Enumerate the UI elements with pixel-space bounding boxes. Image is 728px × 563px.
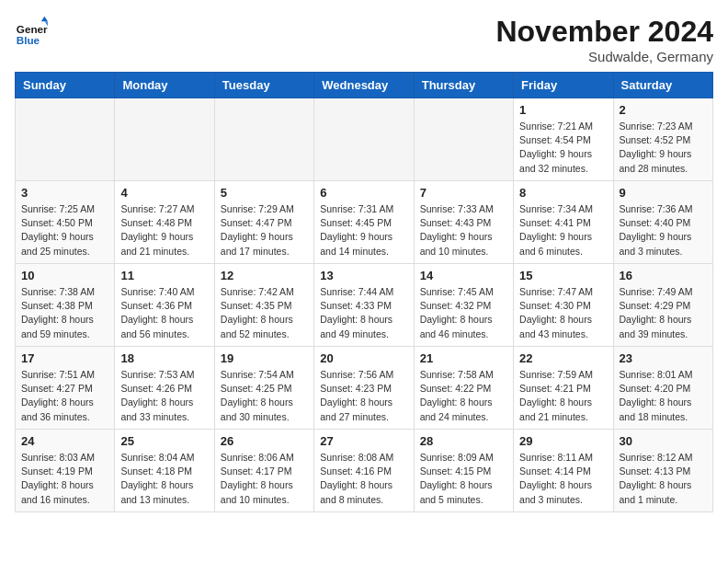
day-number: 4 — [120, 186, 208, 200]
calendar-cell — [214, 98, 313, 181]
calendar: SundayMondayTuesdayWednesdayThursdayFrid… — [15, 72, 713, 512]
day-info: Sunrise: 7:49 AM Sunset: 4:29 PM Dayligh… — [620, 285, 707, 341]
day-info: Sunrise: 7:42 AM Sunset: 4:35 PM Dayligh… — [221, 285, 308, 341]
day-info: Sunrise: 7:33 AM Sunset: 4:43 PM Dayligh… — [420, 202, 507, 259]
calendar-cell — [414, 98, 513, 181]
calendar-cell: 13Sunrise: 7:44 AM Sunset: 4:33 PM Dayli… — [314, 264, 414, 347]
day-number: 1 — [519, 103, 607, 117]
day-number: 29 — [519, 434, 607, 448]
week-row-3: 10Sunrise: 7:38 AM Sunset: 4:38 PM Dayli… — [16, 264, 713, 347]
calendar-cell: 14Sunrise: 7:45 AM Sunset: 4:32 PM Dayli… — [414, 264, 513, 347]
weekday-header-friday: Friday — [514, 73, 613, 98]
calendar-cell: 16Sunrise: 7:49 AM Sunset: 4:29 PM Dayli… — [613, 264, 712, 347]
day-info: Sunrise: 8:09 AM Sunset: 4:15 PM Dayligh… — [420, 451, 507, 507]
calendar-cell: 1Sunrise: 7:21 AM Sunset: 4:54 PM Daylig… — [514, 98, 613, 181]
calendar-cell: 22Sunrise: 7:59 AM Sunset: 4:21 PM Dayli… — [514, 347, 613, 430]
calendar-cell: 15Sunrise: 7:47 AM Sunset: 4:30 PM Dayli… — [514, 264, 613, 347]
calendar-cell: 2Sunrise: 7:23 AM Sunset: 4:52 PM Daylig… — [613, 98, 712, 181]
day-number: 10 — [21, 269, 108, 282]
month-title: November 2024 — [495, 15, 713, 49]
day-number: 24 — [21, 434, 108, 448]
day-number: 2 — [620, 103, 707, 117]
calendar-cell: 18Sunrise: 7:53 AM Sunset: 4:26 PM Dayli… — [115, 347, 214, 430]
calendar-cell: 20Sunrise: 7:56 AM Sunset: 4:23 PM Dayli… — [314, 347, 414, 430]
header: General Blue November 2024 Sudwalde, Ger… — [15, 15, 713, 64]
day-info: Sunrise: 7:31 AM Sunset: 4:45 PM Dayligh… — [320, 202, 407, 259]
day-number: 15 — [519, 269, 607, 282]
weekday-header-tuesday: Tuesday — [214, 73, 313, 98]
day-number: 17 — [21, 351, 108, 365]
day-info: Sunrise: 7:58 AM Sunset: 4:22 PM Dayligh… — [420, 368, 507, 424]
week-row-5: 24Sunrise: 8:03 AM Sunset: 4:19 PM Dayli… — [16, 430, 713, 512]
location: Sudwalde, Germany — [495, 49, 713, 64]
weekday-header-sunday: Sunday — [16, 73, 115, 98]
day-number: 26 — [221, 434, 308, 448]
calendar-cell: 28Sunrise: 8:09 AM Sunset: 4:15 PM Dayli… — [414, 430, 513, 512]
day-number: 3 — [21, 186, 108, 200]
day-number: 12 — [221, 269, 308, 282]
day-info: Sunrise: 7:47 AM Sunset: 4:30 PM Dayligh… — [519, 285, 607, 341]
day-info: Sunrise: 7:21 AM Sunset: 4:54 PM Dayligh… — [519, 120, 607, 176]
svg-text:Blue: Blue — [17, 34, 40, 46]
day-info: Sunrise: 7:25 AM Sunset: 4:50 PM Dayligh… — [21, 202, 108, 259]
day-info: Sunrise: 7:23 AM Sunset: 4:52 PM Dayligh… — [620, 120, 707, 176]
day-number: 7 — [420, 186, 507, 200]
day-info: Sunrise: 8:01 AM Sunset: 4:20 PM Dayligh… — [620, 368, 707, 424]
calendar-cell: 23Sunrise: 8:01 AM Sunset: 4:20 PM Dayli… — [613, 347, 712, 430]
day-info: Sunrise: 7:29 AM Sunset: 4:47 PM Dayligh… — [221, 202, 308, 259]
calendar-cell: 7Sunrise: 7:33 AM Sunset: 4:43 PM Daylig… — [414, 181, 513, 264]
day-info: Sunrise: 7:36 AM Sunset: 4:40 PM Dayligh… — [620, 202, 707, 259]
day-number: 5 — [221, 186, 308, 200]
calendar-cell: 10Sunrise: 7:38 AM Sunset: 4:38 PM Dayli… — [16, 264, 115, 347]
day-number: 30 — [620, 434, 707, 448]
day-number: 19 — [221, 351, 308, 365]
logo-icon: General Blue — [15, 15, 48, 48]
day-number: 22 — [519, 351, 607, 365]
day-number: 25 — [120, 434, 208, 448]
day-number: 21 — [420, 351, 507, 365]
calendar-cell — [16, 98, 115, 181]
weekday-header-row: SundayMondayTuesdayWednesdayThursdayFrid… — [16, 73, 713, 98]
calendar-cell: 21Sunrise: 7:58 AM Sunset: 4:22 PM Dayli… — [414, 347, 513, 430]
logo: General Blue — [15, 15, 48, 48]
day-number: 6 — [320, 186, 407, 200]
week-row-4: 17Sunrise: 7:51 AM Sunset: 4:27 PM Dayli… — [16, 347, 713, 430]
calendar-cell: 26Sunrise: 8:06 AM Sunset: 4:17 PM Dayli… — [214, 430, 313, 512]
day-number: 11 — [120, 269, 208, 282]
weekday-header-monday: Monday — [115, 73, 214, 98]
day-info: Sunrise: 7:44 AM Sunset: 4:33 PM Dayligh… — [320, 285, 407, 341]
calendar-cell: 8Sunrise: 7:34 AM Sunset: 4:41 PM Daylig… — [514, 181, 613, 264]
calendar-cell: 4Sunrise: 7:27 AM Sunset: 4:48 PM Daylig… — [115, 181, 214, 264]
day-info: Sunrise: 7:38 AM Sunset: 4:38 PM Dayligh… — [21, 285, 108, 341]
day-info: Sunrise: 7:40 AM Sunset: 4:36 PM Dayligh… — [120, 285, 208, 341]
day-info: Sunrise: 7:27 AM Sunset: 4:48 PM Dayligh… — [120, 202, 208, 259]
day-info: Sunrise: 7:54 AM Sunset: 4:25 PM Dayligh… — [221, 368, 308, 424]
day-number: 8 — [519, 186, 607, 200]
calendar-cell: 30Sunrise: 8:12 AM Sunset: 4:13 PM Dayli… — [613, 430, 712, 512]
calendar-cell: 25Sunrise: 8:04 AM Sunset: 4:18 PM Dayli… — [115, 430, 214, 512]
day-number: 20 — [320, 351, 407, 365]
calendar-cell: 24Sunrise: 8:03 AM Sunset: 4:19 PM Dayli… — [16, 430, 115, 512]
day-number: 13 — [320, 269, 407, 282]
day-number: 23 — [620, 351, 707, 365]
day-number: 27 — [320, 434, 407, 448]
calendar-cell: 17Sunrise: 7:51 AM Sunset: 4:27 PM Dayli… — [16, 347, 115, 430]
day-info: Sunrise: 7:56 AM Sunset: 4:23 PM Dayligh… — [320, 368, 407, 424]
day-info: Sunrise: 8:03 AM Sunset: 4:19 PM Dayligh… — [21, 451, 108, 507]
day-number: 16 — [620, 269, 707, 282]
calendar-cell: 11Sunrise: 7:40 AM Sunset: 4:36 PM Dayli… — [115, 264, 214, 347]
calendar-cell: 3Sunrise: 7:25 AM Sunset: 4:50 PM Daylig… — [16, 181, 115, 264]
day-info: Sunrise: 8:08 AM Sunset: 4:16 PM Dayligh… — [320, 451, 407, 507]
calendar-cell: 5Sunrise: 7:29 AM Sunset: 4:47 PM Daylig… — [214, 181, 313, 264]
calendar-cell — [115, 98, 214, 181]
svg-marker-2 — [41, 17, 48, 21]
day-info: Sunrise: 7:53 AM Sunset: 4:26 PM Dayligh… — [120, 368, 208, 424]
svg-text:General: General — [17, 23, 48, 35]
day-info: Sunrise: 7:34 AM Sunset: 4:41 PM Dayligh… — [519, 202, 607, 259]
day-number: 28 — [420, 434, 507, 448]
week-row-2: 3Sunrise: 7:25 AM Sunset: 4:50 PM Daylig… — [16, 181, 713, 264]
weekday-header-wednesday: Wednesday — [314, 73, 414, 98]
week-row-1: 1Sunrise: 7:21 AM Sunset: 4:54 PM Daylig… — [16, 98, 713, 181]
day-info: Sunrise: 8:06 AM Sunset: 4:17 PM Dayligh… — [221, 451, 308, 507]
calendar-cell: 19Sunrise: 7:54 AM Sunset: 4:25 PM Dayli… — [214, 347, 313, 430]
